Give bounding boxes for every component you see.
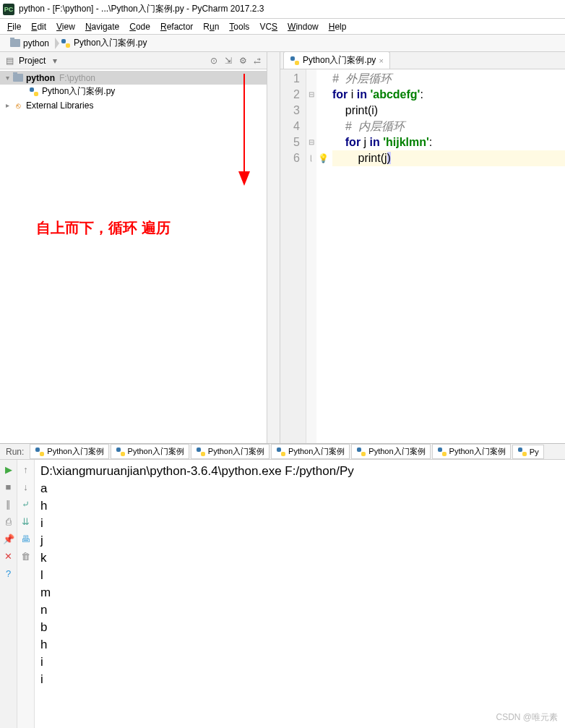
tree-root[interactable]: ▾ python F:\python [0, 71, 267, 85]
editor-tab[interactable]: Python入门案例.py × [283, 51, 390, 69]
tree-toggle-icon[interactable]: ▾ [3, 74, 12, 82]
console-line: i [40, 515, 559, 532]
code-comment: # 外层循环 [332, 72, 392, 85]
console-line: h [40, 497, 559, 515]
close-icon[interactable]: ✕ [2, 549, 15, 562]
menu-tools[interactable]: Tools [225, 20, 254, 33]
run-tab[interactable]: Python入门案例 [111, 444, 189, 459]
run-tab[interactable]: Python入门案例 [271, 444, 350, 459]
close-icon[interactable]: × [379, 56, 383, 65]
editor-tab-label: Python入门案例.py [303, 54, 376, 67]
code-editor[interactable]: 1 2 3 4 5 6 ⊟⊟⌊ 💡 # 外层循环 for i in 'abcde… [280, 69, 565, 443]
svg-marker-1 [238, 171, 250, 186]
line-number: 2 [280, 87, 300, 103]
menu-bar: File Edit View Navigate Code Refactor Ru… [0, 19, 565, 35]
down-icon[interactable]: ↓ [20, 480, 33, 493]
tree-file-label: Python入门案例.py [42, 85, 115, 98]
line-number: 3 [280, 103, 300, 119]
annotation-text: 自上而下，循环 遍历 [36, 218, 171, 238]
fold-icon[interactable]: ⊟ [306, 134, 316, 150]
gear-icon[interactable]: ⚙ [238, 56, 248, 66]
run-tabs-bar: Run: Python入门案例 Python入门案例 Python入门案例 Py… [0, 444, 565, 460]
watermark: CSDN @唯元素 [496, 711, 558, 724]
pause-icon[interactable]: ‖ [2, 497, 15, 510]
project-sidebar: ▤ Project ▾ ⊙ ⇲ ⚙ ⥄ ▾ python F:\python P… [0, 52, 267, 443]
menu-edit[interactable]: Edit [27, 20, 51, 33]
tree-external-label: External Libraries [26, 100, 93, 111]
console-line: b [40, 619, 559, 636]
editor-area: Python入门案例.py × 1 2 3 4 5 6 ⊟⊟⌊ 💡 # 外层循环… [280, 52, 565, 443]
bulb-column: 💡 [316, 69, 329, 443]
python-file-icon [61, 38, 71, 48]
fold-icon[interactable]: ⊟ [306, 87, 316, 103]
scroll-icon[interactable]: ⇲ [223, 56, 233, 66]
breadcrumb-root[interactable]: python [4, 36, 55, 51]
tree-root-path: F:\python [59, 73, 95, 83]
stop-icon[interactable]: ■ [2, 480, 15, 493]
console-line: j [40, 532, 559, 549]
run-tab[interactable]: Python入门案例 [30, 444, 108, 459]
main-area: ▤ Project ▾ ⊙ ⇲ ⚙ ⥄ ▾ python F:\python P… [0, 52, 565, 443]
pin-icon[interactable]: 📌 [2, 532, 15, 545]
project-icon: ▤ [4, 56, 14, 66]
line-number: 6 [280, 150, 300, 166]
run-tab[interactable]: Python入门案例 [432, 444, 511, 459]
tree-file[interactable]: Python入门案例.py [0, 85, 267, 98]
python-file-icon [517, 447, 527, 457]
python-file-icon [116, 447, 126, 457]
breadcrumb-file[interactable]: Python入门案例.py [55, 36, 152, 51]
menu-help[interactable]: Help [324, 20, 351, 33]
run-toolbar-left: ▶ ■ ‖ ⎙ 📌 ✕ ? [0, 460, 17, 728]
code-content[interactable]: # 外层循环 for i in 'abcdefg': print(i) # 内层… [329, 69, 565, 443]
scroll-icon[interactable]: ⇊ [20, 515, 33, 528]
breadcrumb-root-label: python [23, 38, 49, 48]
wrap-icon[interactable]: ⤶ [20, 497, 33, 510]
fold-column: ⊟⊟⌊ [306, 69, 316, 443]
menu-run[interactable]: Run [199, 20, 223, 33]
menu-file[interactable]: File [3, 20, 25, 33]
run-tab[interactable]: Py [512, 445, 544, 459]
bulb-icon[interactable]: 💡 [316, 150, 329, 166]
project-tree: ▾ python F:\python Python入门案例.py ▸ ⎋ Ext… [0, 69, 267, 114]
title-bar: PC python - [F:\python] - ...\Python入门案例… [0, 0, 565, 19]
menu-vcs[interactable]: VCS [255, 20, 282, 33]
run-body: ▶ ■ ‖ ⎙ 📌 ✕ ? ↑ ↓ ⤶ ⇊ 🖶 🗑 D:\xiangmuruan… [0, 460, 565, 728]
menu-navigate[interactable]: Navigate [81, 20, 124, 33]
python-file-icon [276, 447, 286, 457]
console-line: k [40, 549, 559, 567]
run-label: Run: [0, 447, 30, 457]
run-toolbar-right: ↑ ↓ ⤶ ⇊ 🖶 🗑 [17, 460, 35, 728]
run-tab[interactable]: Python入门案例 [191, 444, 269, 459]
tree-toggle-icon[interactable]: ▸ [3, 101, 12, 109]
breadcrumb-file-label: Python入门案例.py [74, 37, 147, 49]
trash-icon[interactable]: 🗑 [20, 549, 33, 562]
console-cmd: D:\xiangmuruanjian\python-3.6.4\python.e… [40, 463, 559, 480]
python-file-icon [35, 447, 45, 457]
python-file-icon [29, 87, 39, 97]
tree-root-label: python [26, 73, 55, 83]
window-title: python - [F:\python] - ...\Python入门案例.py… [19, 3, 264, 15]
dropdown-icon[interactable]: ▾ [50, 56, 60, 66]
library-icon: ⎋ [13, 100, 23, 111]
print-icon[interactable]: 🖶 [20, 532, 33, 545]
python-file-icon [196, 447, 206, 457]
console-line: i [40, 654, 559, 671]
menu-refactor[interactable]: Refactor [156, 20, 197, 33]
menu-code[interactable]: Code [125, 20, 155, 33]
collapse-icon[interactable]: ⊙ [209, 56, 219, 66]
menu-view[interactable]: View [52, 20, 79, 33]
help-icon[interactable]: ? [2, 567, 15, 580]
tree-external[interactable]: ▸ ⎋ External Libraries [0, 98, 267, 112]
hide-icon[interactable]: ⥄ [252, 56, 262, 66]
app-icon: PC [3, 4, 14, 15]
menu-window[interactable]: Window [283, 20, 323, 33]
console-line: l [40, 567, 559, 584]
up-icon[interactable]: ↑ [20, 463, 33, 476]
run-tab[interactable]: Python入门案例 [351, 444, 430, 459]
dump-icon[interactable]: ⎙ [2, 515, 15, 528]
splitter[interactable] [267, 52, 280, 443]
rerun-icon[interactable]: ▶ [2, 463, 15, 476]
python-file-icon [290, 56, 300, 66]
breadcrumb: python Python入门案例.py [0, 35, 565, 52]
console-output[interactable]: D:\xiangmuruanjian\python-3.6.4\python.e… [35, 460, 565, 728]
